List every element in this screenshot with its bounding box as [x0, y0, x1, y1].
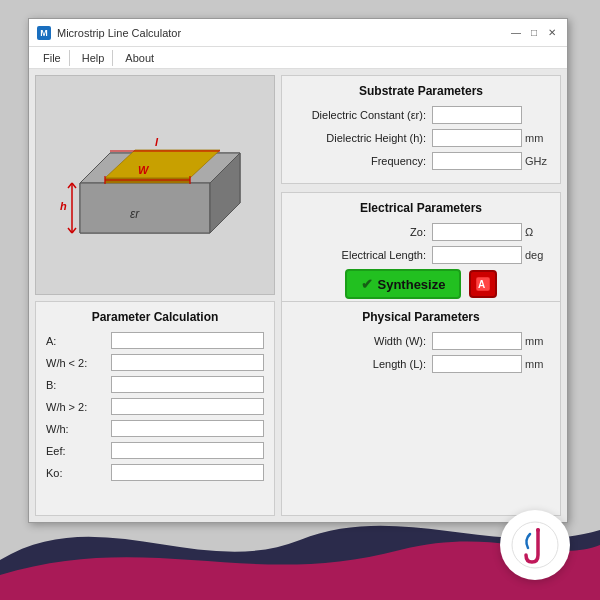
- bottom-row: Parameter Calculation A: W/h < 2: B: W/h…: [35, 301, 561, 516]
- field-row-h: Dielectric Height (h): mm: [292, 129, 550, 147]
- freq-label: Frequency:: [292, 155, 432, 167]
- close-button[interactable]: ✕: [545, 26, 559, 40]
- calc-eef-label: Eef:: [46, 445, 111, 457]
- h-input[interactable]: [432, 129, 522, 147]
- check-icon: ✔: [361, 276, 373, 292]
- calc-wh-label: W/h:: [46, 423, 111, 435]
- length-unit: mm: [522, 358, 550, 370]
- calc-a-input[interactable]: [111, 332, 264, 349]
- minimize-button[interactable]: —: [509, 26, 523, 40]
- calc-row-eef: Eef:: [46, 442, 264, 459]
- zo-label: Zo:: [292, 226, 432, 238]
- calc-b-label: B:: [46, 379, 111, 391]
- menu-file[interactable]: File: [35, 50, 70, 66]
- substrate-title: Substrate Parameters: [292, 84, 550, 98]
- freq-unit: GHz: [522, 155, 550, 167]
- calc-row-wh-lt2: W/h < 2:: [46, 354, 264, 371]
- maximize-button[interactable]: □: [527, 26, 541, 40]
- h-unit: mm: [522, 132, 550, 144]
- elec-length-input[interactable]: [432, 246, 522, 264]
- calc-row-a: A:: [46, 332, 264, 349]
- logo-circle: [500, 510, 570, 580]
- svg-text:l: l: [155, 136, 159, 148]
- svg-marker-4: [80, 183, 210, 233]
- electrical-section: Electrical Parameters Zo: Ω Electrical L…: [281, 192, 561, 308]
- calc-eef-input[interactable]: [111, 442, 264, 459]
- h-label: Dielectric Height (h):: [292, 132, 432, 144]
- calc-row-wh-gt2: W/h > 2:: [46, 398, 264, 415]
- svg-text:h: h: [60, 200, 67, 212]
- calc-row-wh: W/h:: [46, 420, 264, 437]
- calc-row-ko: Ko:: [46, 464, 264, 481]
- menu-help[interactable]: Help: [74, 50, 114, 66]
- zo-unit: Ω: [522, 226, 550, 238]
- physical-params-section: Physical Parameters Width (W): mm Length…: [281, 301, 561, 516]
- synthesize-button[interactable]: ✔ Synthesize: [345, 269, 462, 299]
- field-row-width: Width (W): mm: [292, 332, 550, 350]
- width-input[interactable]: [432, 332, 522, 350]
- calc-a-label: A:: [46, 335, 111, 347]
- width-unit: mm: [522, 335, 550, 347]
- extra-action-button[interactable]: A: [469, 270, 497, 298]
- calc-row-b: B:: [46, 376, 264, 393]
- field-row-length: Length (L): mm: [292, 355, 550, 373]
- param-calc-title: Parameter Calculation: [46, 310, 264, 324]
- length-label: Length (L):: [292, 358, 432, 370]
- params-panel: Substrate Parameters Dielectric Constant…: [281, 75, 561, 295]
- calc-ko-label: Ko:: [46, 467, 111, 479]
- field-row-freq: Frequency: GHz: [292, 152, 550, 170]
- length-input[interactable]: [432, 355, 522, 373]
- elec-length-unit: deg: [522, 249, 550, 261]
- er-input[interactable]: [432, 106, 522, 124]
- field-row-er: Dielectric Constant (εr):: [292, 106, 550, 124]
- svg-text:A: A: [478, 279, 485, 290]
- calc-wh-input[interactable]: [111, 420, 264, 437]
- menu-about[interactable]: About: [117, 50, 162, 66]
- field-row-zo: Zo: Ω: [292, 223, 550, 241]
- title-bar: M Microstrip Line Calculator — □ ✕: [29, 19, 567, 47]
- er-label: Dielectric Constant (εr):: [292, 109, 432, 121]
- calc-b-input[interactable]: [111, 376, 264, 393]
- app-icon: M: [37, 26, 51, 40]
- calc-ko-input[interactable]: [111, 464, 264, 481]
- window-title: Microstrip Line Calculator: [57, 27, 181, 39]
- menu-bar: File Help About: [29, 47, 567, 69]
- calc-wh-lt2-input[interactable]: [111, 354, 264, 371]
- svg-point-1: [536, 528, 540, 532]
- top-row: h W l εr Substrate Parameters: [35, 75, 561, 295]
- zo-input[interactable]: [432, 223, 522, 241]
- main-window: M Microstrip Line Calculator — □ ✕ File …: [28, 18, 568, 523]
- physical-title: Physical Parameters: [292, 310, 550, 324]
- action-area: ✔ Synthesize A: [292, 269, 550, 299]
- freq-input[interactable]: [432, 152, 522, 170]
- field-row-elec-length: Electrical Length: deg: [292, 246, 550, 264]
- calc-wh-gt2-label: W/h > 2:: [46, 401, 111, 413]
- electrical-title: Electrical Parameters: [292, 201, 550, 215]
- diagram-area: h W l εr: [35, 75, 275, 295]
- main-content: h W l εr Substrate Parameters: [29, 69, 567, 522]
- calc-wh-gt2-input[interactable]: [111, 398, 264, 415]
- svg-text:εr: εr: [130, 207, 140, 221]
- synthesize-label: Synthesize: [378, 277, 446, 292]
- param-calc-section: Parameter Calculation A: W/h < 2: B: W/h…: [35, 301, 275, 516]
- width-label: Width (W):: [292, 335, 432, 347]
- substrate-section: Substrate Parameters Dielectric Constant…: [281, 75, 561, 184]
- elec-length-label: Electrical Length:: [292, 249, 432, 261]
- svg-text:W: W: [138, 164, 150, 176]
- calc-wh-lt2-label: W/h < 2:: [46, 357, 111, 369]
